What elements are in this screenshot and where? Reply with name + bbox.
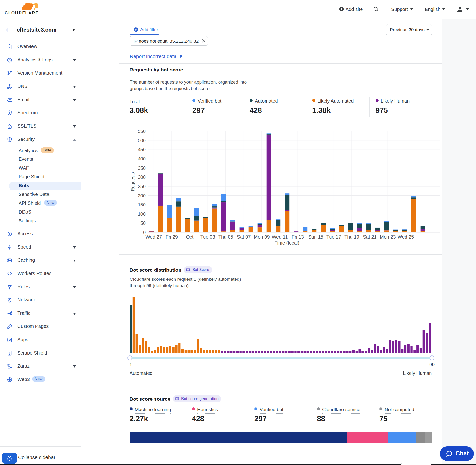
svg-text:200: 200: [138, 193, 146, 198]
svg-text:Wed 27: Wed 27: [146, 234, 162, 240]
svg-text:Thu 05: Thu 05: [218, 234, 233, 240]
svg-text:150: 150: [138, 202, 146, 207]
svg-text:Oct: Oct: [186, 234, 194, 240]
svg-text:350: 350: [138, 166, 146, 171]
svg-text:300: 300: [138, 175, 146, 180]
svg-text:Wed 11: Wed 11: [272, 234, 288, 240]
svg-text:Thu 19: Thu 19: [344, 234, 359, 240]
svg-text:Mon 23: Mon 23: [380, 234, 396, 240]
svg-text:Sat 07: Sat 07: [237, 234, 251, 240]
svg-text:500: 500: [138, 138, 146, 143]
svg-text:100: 100: [138, 211, 146, 217]
svg-text:Tue 17: Tue 17: [327, 234, 341, 240]
svg-text:Requests: Requests: [130, 172, 135, 191]
svg-text:Time (local): Time (local): [275, 240, 299, 245]
svg-text:50: 50: [140, 221, 146, 226]
svg-text:Fri 13: Fri 13: [292, 234, 304, 240]
svg-text:Sun 15: Sun 15: [308, 234, 323, 240]
svg-text:Fri 29: Fri 29: [166, 234, 178, 240]
svg-text:Sat 21: Sat 21: [363, 234, 377, 240]
svg-text:400: 400: [138, 156, 146, 161]
svg-text:550: 550: [138, 128, 146, 134]
svg-text:450: 450: [138, 147, 146, 152]
svg-text:Mon 09: Mon 09: [254, 234, 270, 240]
svg-text:250: 250: [138, 184, 146, 189]
svg-text:Wed 25: Wed 25: [398, 234, 414, 240]
svg-text:Tue 03: Tue 03: [201, 234, 215, 240]
